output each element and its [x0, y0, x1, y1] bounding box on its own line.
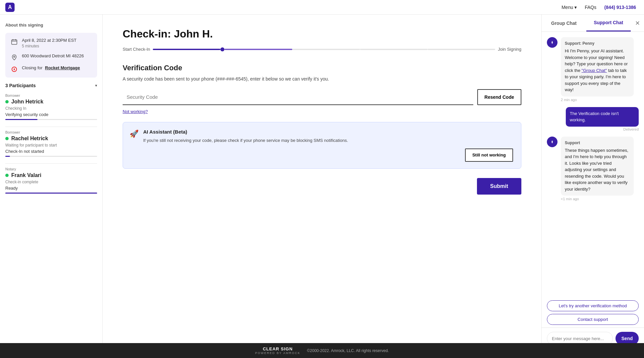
closing-row: Closing for Rocket Mortgage: [11, 65, 92, 73]
page-title: Check-in: John H.: [123, 28, 521, 40]
suggestion-contact-support[interactable]: Contact support: [547, 314, 639, 325]
message-time: 2 min ago: [561, 98, 634, 102]
tab-group-chat[interactable]: Group Chat: [542, 15, 586, 31]
input-row: Resend Code: [123, 89, 521, 105]
participant-item: Notary Frank Valari Check-in complete Re…: [5, 167, 97, 194]
footer-brand-sub: POWERED BY AMROCK: [255, 351, 300, 355]
page-footer: CLEAR SIGN POWERED BY AMROCK ©2000-2022.…: [0, 343, 644, 358]
participant-item: Borrower John Hetrick Checking In Verify…: [5, 93, 97, 120]
chevron-down-icon[interactable]: ▾: [95, 83, 97, 88]
still-not-working-button[interactable]: Still not working: [465, 149, 513, 162]
divider: [5, 127, 97, 127]
submit-button[interactable]: Submit: [477, 178, 521, 195]
menu-label: Menu: [561, 5, 573, 10]
app-logo: A: [5, 3, 15, 12]
avatar: [547, 37, 557, 48]
delivered-label: Delivered: [566, 127, 639, 131]
participant-name-text: John Hetrick: [11, 99, 43, 105]
sidebar: About this signing April 8, 2022 at 2:30…: [0, 15, 103, 358]
chat-sender-name: Support: [565, 140, 630, 146]
participant-status-label: Waiting for participant to start: [5, 143, 97, 148]
participant-status-value: Ready: [5, 186, 97, 191]
menu-button[interactable]: Menu ▾: [561, 5, 577, 10]
step-node: [220, 47, 224, 51]
ai-desc: If you're still not receiving your code,…: [143, 137, 513, 144]
participant-role: Borrower: [5, 130, 97, 134]
date-text: April 8, 2022 at 2:30PM EST: [22, 37, 77, 43]
step-start-label: Start Check-In: [123, 47, 150, 52]
progress-steps: Start Check-In Join Signing: [123, 47, 521, 52]
step-segment: [360, 49, 428, 50]
section-title: Verification Code: [123, 64, 521, 72]
top-nav: A Menu ▾ FAQs (844) 913-1386: [0, 0, 644, 15]
closing-for-label: Closing for: [22, 65, 42, 70]
status-dot-green: [5, 174, 9, 177]
chat-sender-name: Support: Penny: [565, 40, 630, 46]
progress-bar: [5, 193, 97, 194]
step-segment: [292, 49, 360, 50]
avatar: [547, 137, 557, 147]
svg-point-4: [14, 56, 15, 57]
calendar-icon: [11, 38, 18, 45]
not-working-link[interactable]: Not working?: [123, 109, 148, 114]
chat-bubble: Support: Penny Hi I'm Penny, your AI ass…: [561, 37, 634, 96]
progress-bar: [5, 156, 97, 157]
ai-rocket-icon: 🚀: [130, 130, 139, 138]
step-segment: [428, 49, 495, 50]
footer-copyright: ©2000-2022. Amrock, LLC. All rights rese…: [307, 348, 389, 353]
status-dot-green: [5, 137, 9, 140]
participant-status-label: Checking In: [5, 106, 97, 111]
suggestion-verification-method[interactable]: Let's try another verification method: [547, 300, 639, 311]
chevron-down-icon: ▾: [574, 5, 577, 10]
address-text: 600 Woodward Detroit MI 48226: [22, 53, 84, 59]
sidebar-info-card: April 8, 2022 at 2:30PM EST 5 minutes 60…: [5, 33, 97, 78]
chat-message: The Verification code isn't working. Del…: [547, 107, 639, 131]
chat-message: Support: Penny Hi I'm Penny, your AI ass…: [547, 37, 639, 102]
sidebar-about-title: About this signing: [5, 23, 97, 28]
tab-support-chat[interactable]: Support Chat: [586, 15, 631, 31]
ai-assistant-box: 🚀 AI Assistant (Beta) If you're still no…: [123, 122, 521, 169]
date-row: April 8, 2022 at 2:30PM EST 5 minutes: [11, 37, 92, 49]
progress-bar: [5, 119, 97, 120]
ai-title: AI Assistant (Beta): [143, 129, 513, 135]
location-icon: [11, 54, 18, 61]
participant-role: Borrower: [5, 93, 97, 97]
chat-tabs: Group Chat Support Chat ✕: [542, 15, 644, 32]
close-chat-button[interactable]: ✕: [631, 15, 644, 31]
main-content: Check-in: John H. Start Check-In Join Si…: [103, 15, 541, 358]
brand-link[interactable]: Rocket Mortgage: [45, 65, 80, 70]
progress-fill: [5, 156, 10, 157]
chat-suggestions: Let's try another verification method Co…: [542, 298, 644, 328]
resend-code-button[interactable]: Resend Code: [477, 89, 521, 105]
participant-status-label: Check-in complete: [5, 180, 97, 184]
participants-header: 3 Participants ▾: [5, 83, 97, 88]
security-code-input[interactable]: [123, 89, 473, 105]
participants-title: 3 Participants: [5, 83, 36, 88]
participant-item: Borrower Rachel Hetrick Waiting for part…: [5, 130, 97, 157]
rocket-icon: [11, 66, 18, 73]
footer-brand-name: CLEAR SIGN: [255, 346, 300, 351]
status-dot-green: [5, 100, 9, 103]
participant-status-value: Check-In not started: [5, 149, 97, 154]
footer-brand: CLEAR SIGN POWERED BY AMROCK: [255, 346, 300, 355]
participant-status-value: Verifying security code: [5, 112, 97, 117]
participant-name-text: Rachel Hetrick: [11, 136, 48, 142]
chat-messages: Support: Penny Hi I'm Penny, your AI ass…: [542, 32, 644, 298]
chat-message: Support These things happen sometimes, a…: [547, 137, 639, 201]
participant-role: Notary: [5, 167, 97, 171]
chat-bubble: Support These things happen sometimes, a…: [561, 137, 634, 196]
address-row: 600 Woodward Detroit MI 48226: [11, 53, 92, 61]
phone-link[interactable]: (844) 913-1386: [604, 5, 636, 10]
step-join-label: Join Signing: [498, 47, 521, 52]
progress-fill: [5, 119, 37, 120]
group-chat-link[interactable]: "Group Chat": [582, 68, 607, 73]
time-left: 5 minutes: [22, 43, 77, 49]
message-time: <1 min ago: [561, 197, 634, 201]
nav-right: Menu ▾ FAQs (844) 913-1386: [561, 5, 636, 10]
faqs-button[interactable]: FAQs: [585, 5, 596, 10]
app-layout: About this signing April 8, 2022 at 2:30…: [0, 0, 644, 358]
participant-name-text: Frank Valari: [11, 172, 41, 178]
step-segment: [153, 49, 220, 50]
progress-fill: [5, 193, 97, 194]
step-segment: [224, 49, 292, 50]
